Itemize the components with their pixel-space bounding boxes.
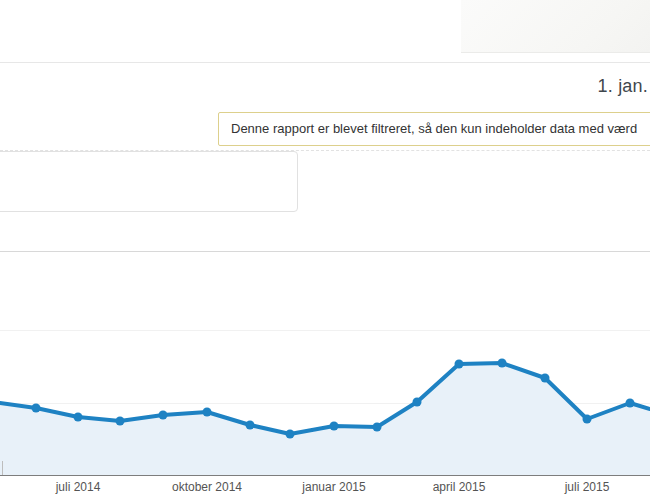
data-point-marker[interactable]: [373, 423, 382, 432]
data-point-marker[interactable]: [541, 374, 550, 383]
data-point-marker[interactable]: [116, 417, 125, 426]
timeline-area-chart[interactable]: [0, 0, 650, 500]
data-point-marker[interactable]: [455, 360, 464, 369]
data-point-marker[interactable]: [498, 359, 507, 368]
data-point-marker[interactable]: [203, 408, 212, 417]
data-point-marker[interactable]: [330, 422, 339, 431]
x-axis-label: juli 2014: [56, 480, 101, 494]
x-axis-label: oktober 2014: [172, 480, 242, 494]
data-point-marker[interactable]: [583, 415, 592, 424]
x-axis-label: juli 2015: [565, 480, 610, 494]
x-axis-labels: juli 2014oktober 2014januar 2015april 20…: [0, 480, 650, 496]
data-point-marker[interactable]: [286, 430, 295, 439]
x-axis-label: januar 2015: [302, 480, 365, 494]
data-point-marker[interactable]: [159, 411, 168, 420]
x-axis-line: [0, 475, 650, 476]
data-point-marker[interactable]: [246, 421, 255, 430]
x-axis-label: april 2015: [433, 480, 486, 494]
x-axis-left-tick: [2, 461, 3, 475]
data-point-marker[interactable]: [413, 398, 422, 407]
data-point-marker[interactable]: [32, 404, 41, 413]
data-point-marker[interactable]: [626, 399, 635, 408]
data-point-marker[interactable]: [74, 413, 83, 422]
